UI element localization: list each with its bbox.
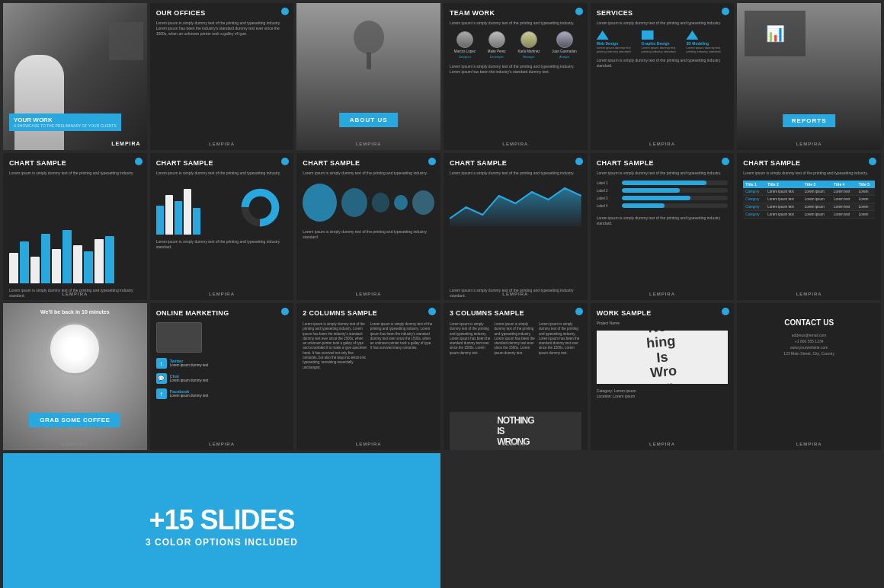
avatar-img [520,31,537,48]
footer-brand: LEMPIRA [444,292,588,296]
table-cell: Lorem [857,188,875,196]
table-cell: Lorem text [831,211,857,219]
avatar-name: Maite Perez [488,50,506,53]
bar [184,189,191,235]
coffee-cup [48,322,101,375]
hbar-track [622,203,729,208]
slide-title: OUR OFFICES [150,3,294,19]
avatar-name: Marcos Lopez [454,50,476,53]
3d-modeling-icon [686,30,698,40]
slide-title: CHART SAMPLE [3,153,147,169]
slide-chart-2: CHART SAMPLE Lorem ipsum is simply dummy… [150,153,294,300]
slide-body-text: Lorem ipsum is simply dummy text of the … [591,19,735,27]
marketing-text: Lorem ipsum dummy text [170,394,209,398]
marketing-chat: 💬 Chat Lorem ipsum dummy text [150,371,294,386]
avatar-role: Analyst [559,55,569,59]
promo-sub-text: 3 COLOR OPTIONS INCLUDED [146,537,298,548]
bar [30,257,40,283]
slide-extra: Lorem ipsum is simply dummy text of the … [591,56,735,70]
bubble-lg [303,184,337,222]
bar [105,236,114,283]
bar [62,230,72,283]
bar [73,245,82,283]
hbar-track [622,181,729,185]
footer-brand: LEMPIRA [150,442,294,446]
slide-online-marketing: ONLINE MARKETING t Twitter Lorem ipsum d… [150,303,294,450]
marketing-twitter: t Twitter Lorem ipsum dummy text [150,356,294,371]
table-cell: Lorem text [831,196,857,203]
bg-people [109,22,143,60]
slide-title: CHART SAMPLE [444,153,588,169]
hbar-label: Label 3 [597,197,620,200]
badge [575,8,583,15]
footer-brand: LEMPIRA [591,292,735,296]
hbar-fill [622,188,681,193]
col-3: Lorem ipsum is simply dummy text of the … [539,322,581,409]
coffee-button[interactable]: GRAB SOME COFFEE [29,413,120,427]
slide-body-text: Lorem ipsum is simply dummy text of the … [150,169,294,177]
avatar-1: Marcos Lopez Designer [454,31,476,59]
footer-brand: LEMPIRA [150,292,294,296]
bubble-alt [412,190,434,215]
col-1: Lorem ipsum is simply dummy text of the … [450,322,492,409]
footer-brand: LEMPIRA [3,292,147,296]
footer-brand: LEMPIRA [296,442,440,446]
slide-details: Category: Lorem ipsumLocation: Lorem ips… [591,387,735,401]
slide-table-sample: CHART SAMPLE Lorem ipsum is simply dummy… [737,153,881,300]
slide-3-columns: 3 COLUMNS SAMPLE Lorem ipsum is simply d… [444,303,588,450]
table-cell: Category [743,211,765,219]
table-cell: Lorem ipsum [802,211,831,219]
slide-body-text: Lorem ipsum is simply dummy text of the … [444,19,588,27]
slide-title: CHART SAMPLE [591,153,735,169]
hbar-label: Label 2 [597,189,620,193]
services-row: Web Design Lorem ipsum dummy text printi… [591,27,735,56]
hbar-row: Label 4 [597,203,729,208]
bar [193,208,200,235]
promo-main-text: +15 SLIDES [149,507,294,534]
slide-main-title: YOUR WORK [14,117,117,123]
slide-body-text: Lorem ipsum is simply dummy text of the … [150,19,294,38]
hbar-row: Label 1 [597,181,729,185]
svg-point-0 [354,21,384,54]
badge [575,308,583,315]
slide-reports: 📊 REPORTS LEMPIRA [737,3,881,150]
footer-brand: LEMPIRA [3,442,147,446]
slide-body-text: Lorem ipsum is simply dummy text of the … [591,169,735,177]
slide-coffee: We'll be back in 10 minutes GRAB SOME CO… [3,303,147,450]
avatar-role: Manager [523,55,535,59]
chat-icon: 💬 [156,373,167,384]
table-cell: Lorem [857,211,875,219]
about-us-button[interactable]: ABOUT US [339,113,399,127]
slide-extra: Lorem ipsum is simply dummy text of the … [296,228,440,241]
table-cell: Category [743,188,765,196]
slide-title: CHART SAMPLE [737,153,881,169]
footer-brand: LEMPIRA [591,442,735,446]
bubble-md [341,188,367,217]
reports-button[interactable]: REPORTS [783,114,836,127]
person-silhouette [14,55,64,150]
table-cell: Lorem text [831,203,857,211]
hbar-fill [622,203,665,208]
service-desc: Lorem ipsum dummy text printing industry… [642,46,684,53]
bar-chart [3,177,147,286]
marketing-text: Lorem ipsum dummy text [170,363,209,368]
slide-about-us: ABOUT US LEMPIRA [296,3,440,150]
table-cell: Lorem ipsum text [765,188,802,196]
avatar-4: Juan Guerradan Analyst [552,31,577,59]
work-image: NothingIsWrong [597,331,729,384]
hbar-row: Label 3 [597,196,729,200]
bubble-sm [372,193,389,213]
table-cell: Category [743,203,765,211]
laptop-image [150,319,294,356]
col-header: Title 1 [743,181,765,188]
slide-body-text: Lorem ipsum is simply dummy text of the … [444,169,588,177]
bubble-chart [296,177,440,228]
bar-group [156,189,231,235]
slide-chart-1: CHART SAMPLE Lorem ipsum is simply dummy… [3,153,147,300]
slide-2-columns: 2 COLUMNS SAMPLE Lorem ipsum is simply d… [296,303,440,450]
table-row: Category Lorem ipsum text Lorem ipsum Lo… [743,211,875,219]
contact-details: address@email.com +1 800 555 1234 www.yo… [737,331,881,358]
slide-services: SERVICES Lorem ipsum is simply dummy tex… [591,3,735,150]
table-cell: Lorem ipsum text [765,196,802,203]
bar [165,195,173,235]
